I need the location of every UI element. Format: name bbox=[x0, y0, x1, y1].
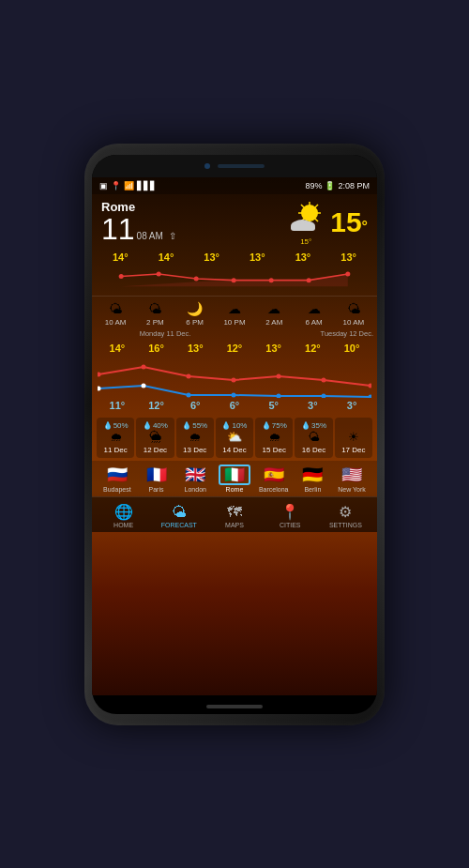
hour-time-2: 6 PM bbox=[175, 318, 215, 327]
nav-forecast[interactable]: 🌤 FORECAST bbox=[151, 504, 206, 528]
hour-item-3: ☁ 10 PM bbox=[215, 300, 254, 327]
flag-newyork: 🇺🇸 bbox=[336, 464, 368, 485]
hour-icon-1: 🌤 bbox=[135, 300, 174, 319]
nav-cities-label: CITIES bbox=[263, 522, 318, 528]
svg-point-15 bbox=[194, 276, 199, 281]
hour-time-5: 6 AM bbox=[294, 318, 333, 327]
nav-maps[interactable]: 🗺 MAPS bbox=[206, 504, 262, 528]
daily-icon-1: 🌦 bbox=[138, 430, 172, 444]
settings-icon: ⚙ bbox=[318, 503, 373, 521]
second-chart-section: 14° 16° 13° 12° 13° 12° 10° bbox=[92, 341, 377, 413]
flag-berlin: 🇩🇪 bbox=[296, 464, 328, 485]
svg-point-19 bbox=[345, 271, 350, 276]
svg-point-22 bbox=[187, 374, 191, 379]
flag-name-london: London bbox=[179, 486, 211, 493]
svg-point-29 bbox=[187, 393, 191, 398]
l-temp-4: 5° bbox=[255, 400, 293, 411]
flag-paris: 🇫🇷 bbox=[141, 464, 173, 485]
city-flag-berlin[interactable]: 🇩🇪 Berlin bbox=[296, 464, 328, 493]
nav-home-label: HOME bbox=[96, 522, 151, 528]
nav-home[interactable]: 🌐 HOME bbox=[96, 503, 151, 528]
svg-point-23 bbox=[232, 378, 236, 383]
phone-bottom-bar bbox=[206, 705, 263, 708]
daily-item-1: 💧40% 🌦 12 Dec bbox=[136, 418, 174, 458]
hour-item-4: ☁ 2 AM bbox=[254, 300, 294, 327]
time-hour: 11 bbox=[101, 214, 135, 244]
l-temp-3: 6° bbox=[216, 400, 253, 411]
flag-name-paris: Paris bbox=[141, 486, 173, 493]
time-display: 11 08 AM ⇧ bbox=[101, 214, 176, 244]
svg-line-5 bbox=[301, 205, 304, 207]
nav-settings-label: SETTINGS bbox=[318, 522, 373, 528]
flag-name-rome: Rome bbox=[219, 486, 250, 493]
phone-screen: ▣ 📍 📶 ▋▋▋ 89% 🔋 2:08 PM Rome 11 08 bbox=[92, 155, 377, 714]
maps-icon: 🗺 bbox=[206, 504, 262, 521]
city-flag-budapest[interactable]: 🇷🇺 Budapest bbox=[101, 464, 133, 493]
current-temp: 15° bbox=[330, 206, 368, 238]
daily-icon-2: 🌧 bbox=[178, 430, 212, 444]
daily-date-5: 16 Dec bbox=[296, 446, 330, 454]
cities-bar: 🇷🇺 Budapest 🇫🇷 Paris 🇬🇧 London 🇮🇹 Rome � bbox=[92, 461, 377, 496]
city-flag-newyork[interactable]: 🇺🇸 New York bbox=[336, 464, 368, 493]
precip-3: 💧10% bbox=[218, 421, 251, 430]
sub-temp: 15° bbox=[285, 237, 326, 246]
hour-icon-5: ☁ bbox=[294, 300, 333, 319]
svg-point-20 bbox=[98, 373, 101, 377]
daily-item-3: 💧10% ⛅ 14 Dec bbox=[216, 418, 253, 458]
nav-maps-label: MAPS bbox=[206, 522, 262, 528]
weather-header: Rome 11 08 AM ⇧ bbox=[92, 194, 377, 250]
red-chart bbox=[98, 265, 371, 288]
svg-point-31 bbox=[277, 394, 281, 399]
flag-name-berlin: Berlin bbox=[296, 486, 328, 493]
bottom-nav: 🌐 HOME 🌤 FORECAST 🗺 MAPS 📍 CITIES ⚙ bbox=[92, 496, 377, 532]
flag-name-newyork: New York bbox=[336, 486, 368, 493]
city-flag-paris[interactable]: 🇫🇷 Paris bbox=[141, 464, 173, 493]
forecast-icon: 🌤 bbox=[151, 504, 206, 521]
daily-date-4: 15 Dec bbox=[257, 446, 291, 454]
l-temp-6: 3° bbox=[333, 400, 371, 411]
daily-date-3: 14 Dec bbox=[218, 446, 251, 454]
camera-dot bbox=[204, 163, 210, 169]
svg-point-25 bbox=[322, 378, 326, 383]
h-temp-2: 13° bbox=[176, 343, 214, 354]
daily-date-0: 11 Dec bbox=[98, 446, 132, 454]
svg-line-6 bbox=[315, 219, 318, 221]
daily-icon-3: ⛅ bbox=[218, 430, 251, 444]
dual-chart bbox=[98, 356, 371, 398]
status-left: ▣ 📍 📶 ▋▋▋ bbox=[99, 181, 157, 190]
l-temp-1: 12° bbox=[138, 400, 175, 411]
daily-item-5: 💧35% 🌤 16 Dec bbox=[295, 418, 332, 458]
share-icon[interactable]: ⇧ bbox=[169, 231, 176, 241]
city-flag-rome[interactable]: 🇮🇹 Rome bbox=[219, 464, 250, 493]
h-temp-4: 13° bbox=[255, 343, 293, 354]
svg-point-17 bbox=[269, 278, 274, 282]
day-label-mon: Monday 11 Dec. bbox=[96, 329, 234, 338]
city-flag-barcelona[interactable]: 🇪🇸 Barcelona bbox=[258, 464, 290, 493]
wifi-icon: 📶 bbox=[124, 181, 134, 190]
svg-point-24 bbox=[277, 374, 281, 379]
flag-barcelona: 🇪🇸 bbox=[258, 464, 290, 485]
svg-point-13 bbox=[119, 274, 124, 279]
location-icon: 📍 bbox=[111, 181, 121, 190]
svg-point-27 bbox=[98, 387, 101, 391]
h-temp-0: 14° bbox=[98, 343, 136, 354]
temp-1: 14° bbox=[101, 251, 139, 263]
flag-budapest: 🇷🇺 bbox=[101, 464, 133, 485]
hour-icon-4: ☁ bbox=[254, 300, 294, 319]
nav-cities[interactable]: 📍 CITIES bbox=[263, 503, 318, 528]
svg-point-16 bbox=[232, 278, 236, 282]
speaker-bar bbox=[218, 164, 265, 168]
daily-icon-5: 🌤 bbox=[296, 430, 330, 444]
hour-item-6: 🌤 10 AM bbox=[334, 300, 373, 327]
hourly-section-1: 14° 14° 13° 13° 13° 13° bbox=[92, 250, 377, 292]
temp-5: 13° bbox=[284, 251, 322, 263]
daily-item-0: 💧50% 🌧 11 Dec bbox=[97, 418, 134, 458]
svg-point-14 bbox=[157, 271, 161, 276]
clock: 2:08 PM bbox=[338, 181, 370, 190]
battery-icon: 🔋 bbox=[325, 181, 335, 190]
signal-icon: ▋▋▋ bbox=[137, 181, 157, 190]
city-flag-london[interactable]: 🇬🇧 London bbox=[179, 464, 211, 493]
nav-settings[interactable]: ⚙ SETTINGS bbox=[318, 503, 373, 528]
svg-point-26 bbox=[369, 384, 372, 388]
hour-time-3: 10 PM bbox=[215, 318, 254, 327]
